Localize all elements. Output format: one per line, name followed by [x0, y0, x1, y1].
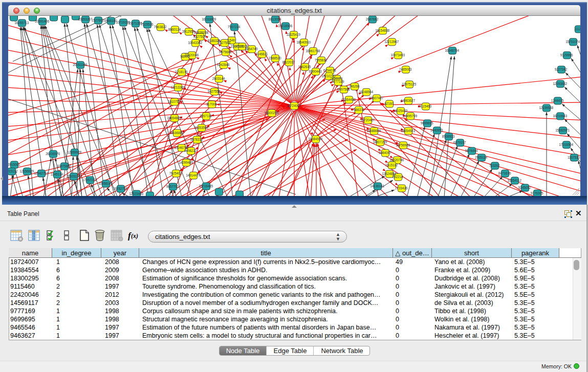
svg-text:(x): (x) — [131, 232, 138, 239]
